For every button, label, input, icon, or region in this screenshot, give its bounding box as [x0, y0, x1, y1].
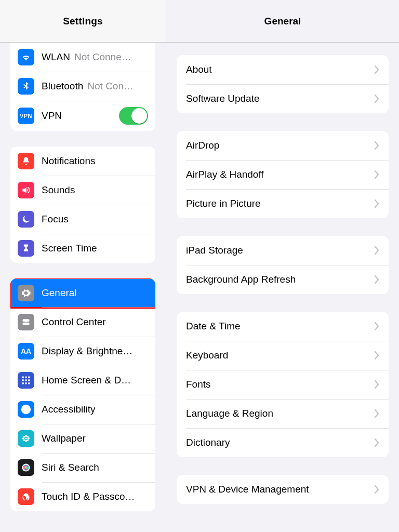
sidebar-item-label: Screen Time	[42, 243, 97, 254]
sidebar-item-focus[interactable]: Focus	[10, 205, 155, 234]
sidebar-item-label: Touch ID & Passco…	[42, 491, 135, 502]
chevron-right-icon	[374, 170, 379, 179]
svg-rect-12	[28, 382, 30, 384]
sidebar-item-label: Bluetooth	[42, 81, 83, 92]
detail-item-label: Software Update	[186, 93, 374, 104]
detail-item-software-update[interactable]: Software Update	[177, 84, 389, 113]
detail-header: General	[166, 0, 399, 43]
detail-item-language-region[interactable]: Language & Region	[177, 399, 389, 428]
svg-point-2	[23, 320, 25, 321]
aa-icon: AA	[18, 343, 34, 360]
detail-body: AboutSoftware UpdateAirDropAirPlay & Han…	[166, 43, 399, 532]
svg-point-14	[25, 407, 28, 409]
detail-item-label: About	[186, 64, 374, 75]
detail-item-airplay-handoff[interactable]: AirPlay & Handoff	[177, 160, 389, 189]
sidebar-item-wlan[interactable]: WLANNot Conne…	[10, 43, 155, 72]
chevron-right-icon	[374, 485, 379, 494]
svg-rect-10	[22, 382, 24, 384]
sidebar-group: WLANNot Conne…BluetoothNot Con…VPNVPN	[10, 43, 155, 131]
sidebar-group: GeneralControl CenterAADisplay & Brightn…	[10, 278, 155, 511]
siri-icon	[18, 459, 34, 476]
detail-item-vpn-device-management[interactable]: VPN & Device Management	[177, 475, 389, 504]
sidebar-item-label: Focus	[42, 214, 69, 225]
sidebar-item-accessibility[interactable]: Accessibility	[10, 395, 155, 424]
detail-item-dictionary[interactable]: Dictionary	[177, 428, 389, 457]
sidebar-item-label: Control Center	[42, 316, 106, 328]
vpn-icon: VPN	[18, 108, 34, 124]
detail-group: VPN & Device Management	[177, 475, 389, 504]
sidebar-item-label: Display & Brightne…	[42, 345, 132, 357]
chevron-right-icon	[374, 322, 379, 330]
detail-item-keyboard[interactable]: Keyboard	[177, 341, 389, 370]
detail-group: iPad StorageBackground App Refresh	[177, 236, 389, 294]
sidebar-item-controlcenter[interactable]: Control Center	[10, 308, 155, 337]
svg-rect-7	[22, 379, 24, 381]
detail-item-label: Background App Refresh	[186, 274, 374, 285]
bluetooth-icon	[18, 78, 34, 95]
flower-icon	[18, 430, 34, 447]
sidebar-item-label: Home Screen & D…	[42, 375, 131, 386]
svg-point-21	[27, 436, 29, 437]
detail-item-date-time[interactable]: Date & Time	[177, 312, 389, 341]
sidebar-item-vpn[interactable]: VPNVPN	[10, 101, 155, 131]
sidebar-item-siri[interactable]: Siri & Search	[10, 453, 155, 482]
sidebar-item-sounds[interactable]: Sounds	[10, 176, 155, 205]
sidebar-item-status: Not Con…	[87, 81, 148, 92]
sidebar-item-general[interactable]: General	[10, 278, 155, 308]
app-root: Settings WLANNot Conne…BluetoothNot Con……	[0, 0, 399, 532]
sidebar-item-bluetooth[interactable]: BluetoothNot Con…	[10, 72, 155, 101]
fingerprint-icon	[18, 488, 34, 505]
sidebar-item-display[interactable]: AADisplay & Brightne…	[10, 337, 155, 366]
bell-icon	[18, 153, 34, 169]
detail-item-picture-in-picture[interactable]: Picture in Picture	[177, 189, 389, 218]
sidebar-item-screentime[interactable]: Screen Time	[10, 234, 155, 263]
vpn-toggle[interactable]	[119, 107, 148, 125]
moon-icon	[18, 211, 34, 228]
svg-point-22	[23, 440, 25, 441]
switches-icon	[18, 314, 34, 330]
detail-item-airdrop[interactable]: AirDrop	[177, 131, 389, 160]
hourglass-icon	[18, 240, 34, 257]
detail-item-label: Keyboard	[186, 350, 374, 361]
detail-item-label: VPN & Device Management	[186, 484, 374, 495]
svg-rect-9	[28, 379, 30, 381]
svg-rect-4	[22, 377, 24, 378]
detail-item-label: Language & Region	[186, 408, 374, 419]
svg-point-23	[27, 440, 29, 441]
detail-item-label: AirPlay & Handoff	[186, 169, 374, 180]
gear-icon	[18, 285, 34, 301]
detail-item-label: Date & Time	[186, 321, 374, 332]
detail-group: AirDropAirPlay & HandoffPicture in Pictu…	[177, 131, 389, 218]
speaker-icon	[18, 182, 34, 198]
sidebar-item-label: Accessibility	[42, 404, 95, 415]
detail-title: General	[264, 16, 301, 27]
detail-item-ipad-storage[interactable]: iPad Storage	[177, 236, 389, 265]
svg-point-19	[28, 437, 30, 440]
sidebar-item-label: General	[42, 287, 77, 299]
chevron-right-icon	[374, 200, 379, 208]
detail-item-about[interactable]: About	[177, 55, 389, 84]
sidebar-item-label: Notifications	[42, 155, 96, 167]
sidebar-item-notifications[interactable]: Notifications	[10, 147, 155, 176]
detail-item-label: Dictionary	[186, 437, 374, 448]
sidebar-item-label: WLAN	[42, 51, 70, 63]
detail-item-background-app-refresh[interactable]: Background App Refresh	[177, 265, 389, 294]
sidebar-item-homescreen[interactable]: Home Screen & D…	[10, 366, 155, 395]
svg-rect-5	[25, 377, 26, 378]
svg-rect-11	[25, 382, 26, 384]
sidebar-title: Settings	[63, 16, 103, 27]
sidebar-item-label: Siri & Search	[42, 462, 99, 473]
detail-item-label: Picture in Picture	[186, 198, 374, 209]
chevron-right-icon	[374, 95, 379, 103]
chevron-right-icon	[374, 65, 379, 74]
chevron-right-icon	[374, 246, 379, 255]
sidebar: Settings WLANNot Conne…BluetoothNot Con……	[0, 0, 166, 532]
svg-point-17	[25, 440, 27, 442]
sidebar-item-wallpaper[interactable]: Wallpaper	[10, 424, 155, 453]
detail-item-fonts[interactable]: Fonts	[177, 370, 389, 399]
person-icon	[18, 401, 34, 418]
sidebar-item-touchid[interactable]: Touch ID & Passco…	[10, 482, 155, 511]
sidebar-item-label: Wallpaper	[42, 433, 86, 444]
chevron-right-icon	[374, 438, 379, 447]
sidebar-body: WLANNot Conne…BluetoothNot Con…VPNVPNNot…	[0, 43, 166, 532]
